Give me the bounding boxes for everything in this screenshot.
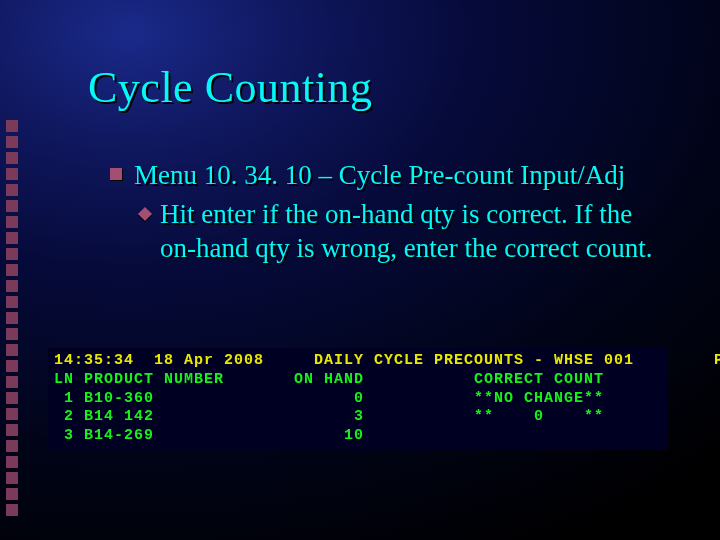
- slide: Cycle Counting Menu 10. 34. 10 – Cycle P…: [0, 0, 720, 540]
- terminal-header-line: 14:35:34 18 Apr 2008 DAILY CYCLE PRECOUN…: [54, 352, 720, 369]
- square-bullet-icon: [110, 168, 122, 180]
- bullet-sub-text: Hit enter if the on-hand qty is correct.…: [160, 197, 670, 266]
- terminal-row: 3 B14-269 10: [54, 427, 364, 444]
- bullet-level1: Menu 10. 34. 10 – Cycle Pre-count Input/…: [110, 158, 670, 193]
- terminal-screenshot: 14:35:34 18 Apr 2008 DAILY CYCLE PRECOUN…: [48, 348, 668, 450]
- slide-title: Cycle Counting: [88, 62, 372, 113]
- diamond-bullet-icon: [138, 206, 152, 220]
- terminal-row: 2 B14 142 3 ** 0 **: [54, 408, 604, 425]
- decorative-left-squares: [6, 120, 20, 520]
- bullet-main-text: Menu 10. 34. 10 – Cycle Pre-count Input/…: [134, 158, 670, 193]
- terminal-columns-line: LN PRODUCT NUMBER ON HAND CORRECT COUNT: [54, 371, 604, 388]
- bullet-level2: Hit enter if the on-hand qty is correct.…: [140, 197, 670, 266]
- terminal-row: 1 B10-360 0 **NO CHANGE**: [54, 390, 604, 407]
- slide-body: Menu 10. 34. 10 – Cycle Pre-count Input/…: [110, 158, 670, 266]
